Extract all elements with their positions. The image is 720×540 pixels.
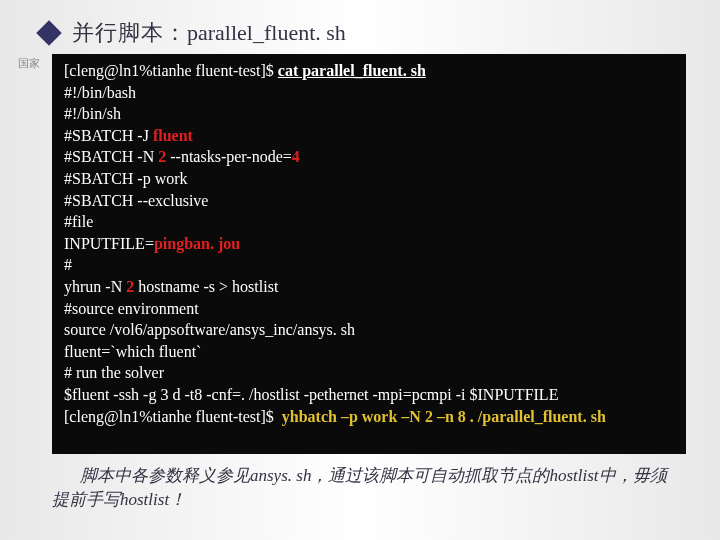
command: yhbatch –p work –N 2 –n 8 . /parallel_fl… bbox=[282, 408, 606, 425]
terminal-line: #SBATCH -J fluent bbox=[64, 125, 674, 147]
terminal-line: #SBATCH -p work bbox=[64, 168, 674, 190]
title-cn: 并行脚本： bbox=[72, 20, 187, 45]
command: cat parallel_fluent. sh bbox=[278, 62, 426, 79]
terminal-line: #SBATCH --exclusive bbox=[64, 190, 674, 212]
slide-title: 并行脚本：parallel_fluent. sh bbox=[72, 18, 346, 48]
terminal-line: $fluent -ssh -g 3 d -t8 -cnf=. /hostlist… bbox=[64, 384, 674, 406]
terminal-line: yhrun -N 2 hostname -s > hostlist bbox=[64, 276, 674, 298]
bullet-diamond-icon bbox=[36, 20, 61, 45]
slide-container: 并行脚本：parallel_fluent. sh 国家 [cleng@ln1%t… bbox=[0, 0, 720, 540]
terminal-line: #SBATCH -N 2 --ntasks-per-node=4 bbox=[64, 146, 674, 168]
prompt: [cleng@ln1%tianhe fluent-test]$ bbox=[64, 408, 282, 425]
title-filename: parallel_fluent. sh bbox=[187, 20, 346, 45]
terminal-line: fluent=`which fluent` bbox=[64, 341, 674, 363]
terminal-line: INPUTFILE=pingban. jou bbox=[64, 233, 674, 255]
footnote-text: 脚本中各参数释义参见ansys. sh，通过该脚本可自动抓取节点的hostlis… bbox=[52, 464, 676, 512]
terminal-line: #!/bin/sh bbox=[64, 103, 674, 125]
terminal-line: [cleng@ln1%tianhe fluent-test]$ yhbatch … bbox=[64, 406, 674, 428]
slide-title-row: 并行脚本：parallel_fluent. sh bbox=[40, 18, 720, 48]
terminal-line: #file bbox=[64, 211, 674, 233]
prompt: [cleng@ln1%tianhe fluent-test]$ bbox=[64, 62, 278, 79]
terminal-line: source /vol6/appsoftware/ansys_inc/ansys… bbox=[64, 319, 674, 341]
terminal-line: #!/bin/bash bbox=[64, 82, 674, 104]
terminal-line: #source environment bbox=[64, 298, 674, 320]
watermark-text: 国家 bbox=[18, 56, 40, 71]
terminal-block: [cleng@ln1%tianhe fluent-test]$ cat para… bbox=[52, 54, 686, 454]
terminal-line: [cleng@ln1%tianhe fluent-test]$ cat para… bbox=[64, 60, 674, 82]
terminal-line: # run the solver bbox=[64, 362, 674, 384]
terminal-line: # bbox=[64, 254, 674, 276]
